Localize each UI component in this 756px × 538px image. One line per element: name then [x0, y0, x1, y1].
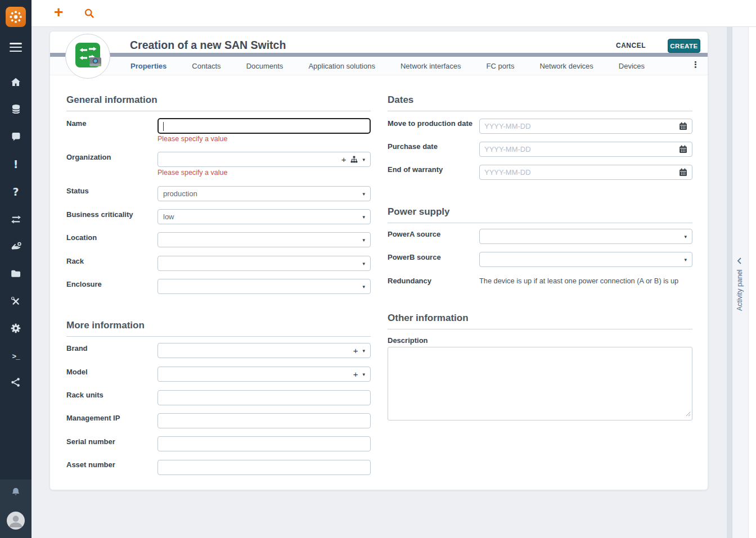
calendar-icon[interactable] [679, 168, 687, 177]
purchase-date-input[interactable]: YYYY-MM-DD [479, 142, 692, 157]
name-input[interactable] [158, 118, 371, 134]
activity-panel-label[interactable]: Activity panel [736, 269, 744, 311]
tabs-overflow-icon[interactable]: ⋮ [691, 60, 700, 70]
calendar-icon[interactable] [679, 145, 687, 153]
tab-devices[interactable]: Devices [619, 62, 645, 70]
tab-contacts[interactable]: Contacts [192, 62, 220, 70]
sidebar: ! ? [0, 0, 32, 538]
page-title: Creation of a new SAN Switch [130, 39, 286, 52]
add-organization-icon[interactable]: + [341, 155, 346, 164]
object-creation-card: Creation of a new SAN Switch CANCEL CREA… [50, 31, 708, 490]
power-b-source-select[interactable]: ▾ [479, 252, 692, 267]
disk-overlay [89, 57, 101, 66]
chat-bubble-icon[interactable] [9, 130, 22, 143]
tab-fc-ports[interactable]: FC ports [487, 62, 515, 70]
organization-input[interactable]: + ▾ [158, 152, 371, 167]
business-criticality-select[interactable]: low ▾ [158, 209, 371, 224]
chevron-down-icon: ▾ [362, 191, 365, 197]
management-ip-label: Management IP [66, 414, 120, 422]
model-label: Model [66, 368, 88, 376]
management-ip-input[interactable] [158, 413, 371, 428]
serial-number-label: Serial number [66, 437, 115, 446]
section-power-supply: Power supply [388, 206, 692, 223]
redundancy-label: Redundancy [388, 277, 431, 285]
move-to-production-date-label: Move to production date [388, 119, 472, 128]
move-to-production-date-input[interactable]: YYYY-MM-DD [479, 119, 692, 134]
chevron-down-icon[interactable]: ▾ [362, 157, 365, 162]
create-button[interactable]: CREATE [668, 39, 700, 53]
asset-number-input[interactable] [158, 460, 371, 475]
text-cursor [163, 122, 164, 131]
status-select[interactable]: production ▾ [158, 186, 371, 201]
cancel-button[interactable]: CANCEL [616, 42, 646, 49]
redundancy-text: The device is up if at least one power c… [479, 277, 678, 285]
tab-properties[interactable]: Properties [130, 62, 166, 70]
tab-network-devices[interactable]: Network devices [539, 62, 593, 70]
tools-icon[interactable] [9, 295, 22, 308]
home-icon[interactable] [9, 75, 22, 89]
exclamation-icon[interactable]: ! [9, 157, 22, 171]
chevron-down-icon[interactable]: ▾ [362, 372, 365, 377]
hamburger-menu-icon[interactable] [10, 43, 22, 54]
section-more-information: More information [66, 320, 371, 337]
terminal-icon[interactable]: >_ [9, 349, 22, 363]
tab-application-solutions[interactable]: Application solutions [308, 62, 375, 70]
brand-input[interactable]: + ▾ [158, 343, 371, 358]
hierarchy-icon[interactable] [350, 156, 358, 163]
brand-label: Brand [66, 344, 88, 352]
end-of-warranty-label: End of warranty [388, 165, 443, 174]
gear-icon[interactable] [9, 322, 22, 335]
name-label: Name [66, 119, 86, 128]
chevron-down-icon: ▾ [362, 284, 365, 290]
scrollbar[interactable] [727, 27, 732, 538]
search-icon[interactable] [83, 7, 95, 21]
database-icon[interactable] [9, 102, 22, 116]
serial-number-input[interactable] [158, 436, 371, 451]
sidebar-user-section [0, 480, 32, 538]
chevron-down-icon: ▾ [362, 214, 365, 220]
purchase-date-label: Purchase date [388, 142, 438, 151]
description-label: Description [388, 336, 428, 345]
organization-error: Please specify a value [158, 169, 227, 177]
add-model-icon[interactable]: + [353, 370, 358, 378]
object-class-icon [65, 34, 110, 79]
status-label: Status [66, 187, 89, 195]
chevron-down-icon: ▾ [362, 237, 365, 243]
rack-select[interactable]: ▾ [158, 256, 371, 271]
tab-network-interfaces[interactable]: Network interfaces [400, 62, 461, 70]
resize-grip-icon[interactable] [686, 409, 691, 419]
add-brand-icon[interactable]: + [353, 346, 358, 355]
chevron-down-icon: ▾ [684, 234, 687, 239]
power-a-source-label: PowerA source [388, 230, 440, 238]
activity-panel-edge [748, 27, 756, 538]
location-select[interactable]: ▾ [158, 232, 371, 247]
topbar: + [32, 0, 756, 27]
power-b-source-label: PowerB source [388, 253, 441, 261]
rack-units-input[interactable] [158, 390, 371, 405]
chevron-down-icon[interactable]: ▾ [362, 348, 365, 354]
date-placeholder: YYYY-MM-DD [484, 122, 531, 130]
swap-arrows-icon[interactable] [9, 213, 22, 226]
model-input[interactable]: + ▾ [158, 367, 371, 382]
folder-icon[interactable] [9, 267, 22, 281]
status-value: production [163, 189, 197, 198]
bell-icon[interactable] [9, 486, 22, 499]
itop-logo-icon[interactable] [6, 7, 26, 27]
question-mark-icon[interactable]: ? [9, 185, 22, 198]
tab-documents[interactable]: Documents [246, 62, 284, 70]
enclosure-select[interactable]: ▾ [158, 279, 371, 294]
user-avatar[interactable] [7, 512, 25, 530]
location-label: Location [66, 233, 97, 242]
power-a-source-select[interactable]: ▾ [479, 229, 692, 244]
section-dates: Dates [388, 94, 692, 111]
quick-create-button[interactable]: + [54, 3, 63, 21]
description-textarea[interactable] [388, 347, 692, 421]
chevron-left-icon[interactable] [736, 256, 744, 268]
asset-number-label: Asset number [66, 460, 115, 469]
calendar-icon[interactable] [679, 122, 687, 130]
share-icon[interactable] [9, 376, 22, 389]
chevron-down-icon: ▾ [684, 257, 687, 263]
rack-label: Rack [66, 257, 84, 265]
end-of-warranty-input[interactable]: YYYY-MM-DD [479, 165, 692, 180]
helping-hand-icon[interactable] [9, 240, 22, 254]
